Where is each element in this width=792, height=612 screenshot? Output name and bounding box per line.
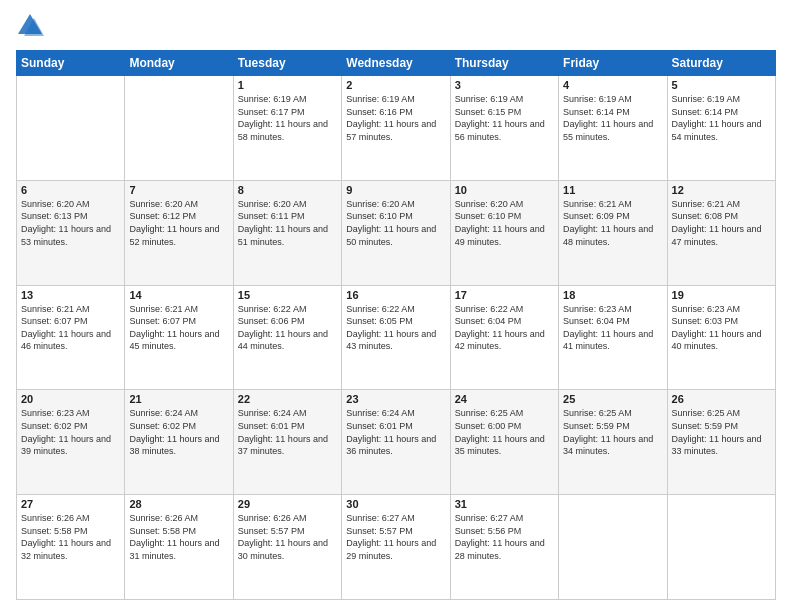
calendar-cell [125,76,233,181]
day-number: 7 [129,184,228,196]
day-number: 28 [129,498,228,510]
day-info: Sunrise: 6:19 AM Sunset: 6:16 PM Dayligh… [346,93,445,143]
calendar-cell: 23Sunrise: 6:24 AM Sunset: 6:01 PM Dayli… [342,390,450,495]
day-info: Sunrise: 6:19 AM Sunset: 6:15 PM Dayligh… [455,93,554,143]
day-number: 31 [455,498,554,510]
day-number: 12 [672,184,771,196]
day-info: Sunrise: 6:23 AM Sunset: 6:04 PM Dayligh… [563,303,662,353]
calendar-cell: 12Sunrise: 6:21 AM Sunset: 6:08 PM Dayli… [667,180,775,285]
day-info: Sunrise: 6:26 AM Sunset: 5:58 PM Dayligh… [129,512,228,562]
calendar-cell: 13Sunrise: 6:21 AM Sunset: 6:07 PM Dayli… [17,285,125,390]
calendar-cell: 2Sunrise: 6:19 AM Sunset: 6:16 PM Daylig… [342,76,450,181]
calendar-cell: 20Sunrise: 6:23 AM Sunset: 6:02 PM Dayli… [17,390,125,495]
calendar-cell [667,495,775,600]
page: SundayMondayTuesdayWednesdayThursdayFrid… [0,0,792,612]
day-number: 14 [129,289,228,301]
day-info: Sunrise: 6:21 AM Sunset: 6:09 PM Dayligh… [563,198,662,248]
calendar-cell: 25Sunrise: 6:25 AM Sunset: 5:59 PM Dayli… [559,390,667,495]
day-info: Sunrise: 6:22 AM Sunset: 6:06 PM Dayligh… [238,303,337,353]
calendar-cell: 27Sunrise: 6:26 AM Sunset: 5:58 PM Dayli… [17,495,125,600]
day-info: Sunrise: 6:27 AM Sunset: 5:57 PM Dayligh… [346,512,445,562]
day-info: Sunrise: 6:22 AM Sunset: 6:05 PM Dayligh… [346,303,445,353]
day-number: 20 [21,393,120,405]
day-info: Sunrise: 6:19 AM Sunset: 6:14 PM Dayligh… [563,93,662,143]
calendar-cell: 4Sunrise: 6:19 AM Sunset: 6:14 PM Daylig… [559,76,667,181]
week-row-4: 20Sunrise: 6:23 AM Sunset: 6:02 PM Dayli… [17,390,776,495]
day-info: Sunrise: 6:19 AM Sunset: 6:14 PM Dayligh… [672,93,771,143]
day-number: 27 [21,498,120,510]
calendar-cell: 3Sunrise: 6:19 AM Sunset: 6:15 PM Daylig… [450,76,558,181]
day-number: 8 [238,184,337,196]
day-number: 15 [238,289,337,301]
day-number: 30 [346,498,445,510]
calendar-cell: 22Sunrise: 6:24 AM Sunset: 6:01 PM Dayli… [233,390,341,495]
day-info: Sunrise: 6:23 AM Sunset: 6:03 PM Dayligh… [672,303,771,353]
week-row-5: 27Sunrise: 6:26 AM Sunset: 5:58 PM Dayli… [17,495,776,600]
day-number: 2 [346,79,445,91]
day-header-wednesday: Wednesday [342,51,450,76]
day-number: 25 [563,393,662,405]
day-number: 29 [238,498,337,510]
day-number: 10 [455,184,554,196]
day-number: 17 [455,289,554,301]
day-info: Sunrise: 6:25 AM Sunset: 5:59 PM Dayligh… [672,407,771,457]
calendar-cell: 9Sunrise: 6:20 AM Sunset: 6:10 PM Daylig… [342,180,450,285]
week-row-2: 6Sunrise: 6:20 AM Sunset: 6:13 PM Daylig… [17,180,776,285]
calendar-cell: 26Sunrise: 6:25 AM Sunset: 5:59 PM Dayli… [667,390,775,495]
calendar-cell: 16Sunrise: 6:22 AM Sunset: 6:05 PM Dayli… [342,285,450,390]
calendar: SundayMondayTuesdayWednesdayThursdayFrid… [16,50,776,600]
day-info: Sunrise: 6:20 AM Sunset: 6:10 PM Dayligh… [455,198,554,248]
day-number: 11 [563,184,662,196]
calendar-cell: 7Sunrise: 6:20 AM Sunset: 6:12 PM Daylig… [125,180,233,285]
day-header-tuesday: Tuesday [233,51,341,76]
day-headers-row: SundayMondayTuesdayWednesdayThursdayFrid… [17,51,776,76]
calendar-cell: 31Sunrise: 6:27 AM Sunset: 5:56 PM Dayli… [450,495,558,600]
day-number: 19 [672,289,771,301]
calendar-cell: 18Sunrise: 6:23 AM Sunset: 6:04 PM Dayli… [559,285,667,390]
calendar-cell: 15Sunrise: 6:22 AM Sunset: 6:06 PM Dayli… [233,285,341,390]
day-number: 22 [238,393,337,405]
calendar-cell: 11Sunrise: 6:21 AM Sunset: 6:09 PM Dayli… [559,180,667,285]
day-number: 26 [672,393,771,405]
day-number: 1 [238,79,337,91]
logo [16,12,48,40]
day-number: 16 [346,289,445,301]
day-info: Sunrise: 6:21 AM Sunset: 6:07 PM Dayligh… [21,303,120,353]
calendar-cell: 5Sunrise: 6:19 AM Sunset: 6:14 PM Daylig… [667,76,775,181]
day-number: 24 [455,393,554,405]
day-header-friday: Friday [559,51,667,76]
day-number: 23 [346,393,445,405]
day-header-sunday: Sunday [17,51,125,76]
day-info: Sunrise: 6:24 AM Sunset: 6:01 PM Dayligh… [238,407,337,457]
header [16,12,776,40]
calendar-cell: 1Sunrise: 6:19 AM Sunset: 6:17 PM Daylig… [233,76,341,181]
day-info: Sunrise: 6:24 AM Sunset: 6:02 PM Dayligh… [129,407,228,457]
day-info: Sunrise: 6:22 AM Sunset: 6:04 PM Dayligh… [455,303,554,353]
calendar-cell: 6Sunrise: 6:20 AM Sunset: 6:13 PM Daylig… [17,180,125,285]
day-info: Sunrise: 6:26 AM Sunset: 5:58 PM Dayligh… [21,512,120,562]
day-info: Sunrise: 6:25 AM Sunset: 5:59 PM Dayligh… [563,407,662,457]
day-number: 13 [21,289,120,301]
calendar-cell: 8Sunrise: 6:20 AM Sunset: 6:11 PM Daylig… [233,180,341,285]
day-number: 3 [455,79,554,91]
day-info: Sunrise: 6:25 AM Sunset: 6:00 PM Dayligh… [455,407,554,457]
calendar-cell: 29Sunrise: 6:26 AM Sunset: 5:57 PM Dayli… [233,495,341,600]
day-info: Sunrise: 6:23 AM Sunset: 6:02 PM Dayligh… [21,407,120,457]
day-header-monday: Monday [125,51,233,76]
day-info: Sunrise: 6:24 AM Sunset: 6:01 PM Dayligh… [346,407,445,457]
calendar-cell: 24Sunrise: 6:25 AM Sunset: 6:00 PM Dayli… [450,390,558,495]
day-info: Sunrise: 6:27 AM Sunset: 5:56 PM Dayligh… [455,512,554,562]
day-number: 5 [672,79,771,91]
day-info: Sunrise: 6:26 AM Sunset: 5:57 PM Dayligh… [238,512,337,562]
logo-icon [16,12,44,40]
calendar-cell [559,495,667,600]
day-number: 6 [21,184,120,196]
day-header-saturday: Saturday [667,51,775,76]
day-header-thursday: Thursday [450,51,558,76]
week-row-3: 13Sunrise: 6:21 AM Sunset: 6:07 PM Dayli… [17,285,776,390]
calendar-cell [17,76,125,181]
day-number: 18 [563,289,662,301]
calendar-cell: 21Sunrise: 6:24 AM Sunset: 6:02 PM Dayli… [125,390,233,495]
day-info: Sunrise: 6:20 AM Sunset: 6:13 PM Dayligh… [21,198,120,248]
calendar-cell: 10Sunrise: 6:20 AM Sunset: 6:10 PM Dayli… [450,180,558,285]
